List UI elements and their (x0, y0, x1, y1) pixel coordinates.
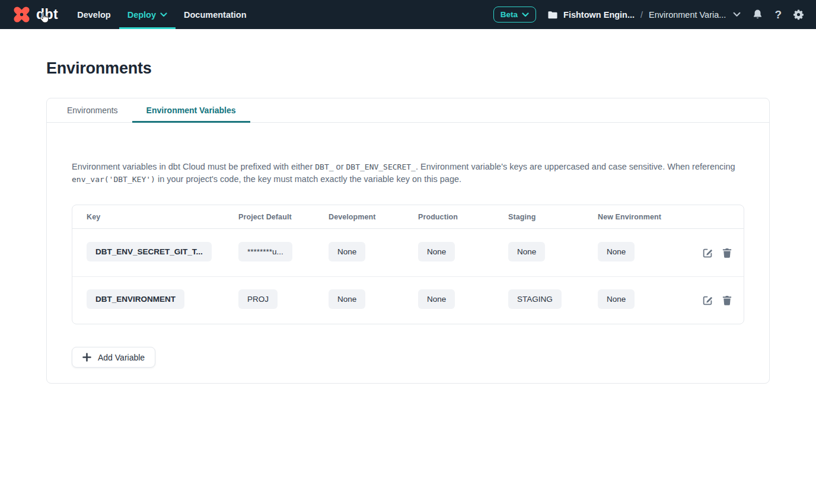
card-body: Environment variables in dbt Cloud must … (47, 123, 769, 383)
env-vars-table: Key Project Default Development Producti… (72, 205, 744, 324)
environments-card: Environments Environment Variables Envir… (46, 98, 770, 384)
nav-label: Documentation (184, 10, 247, 20)
table-row: DBT_ENVIRONMENT PROJ None None STAGING N… (72, 276, 744, 324)
col-header-new-environment: New Environment (598, 213, 693, 221)
nav-item-develop[interactable]: Develop (69, 0, 119, 29)
desc-code-dbt-prefix: DBT_ (315, 162, 333, 171)
add-variable-label: Add Variable (98, 353, 145, 362)
desc-text: Environment variables in dbt Cloud must … (72, 162, 315, 171)
env-vars-description: Environment variables in dbt Cloud must … (72, 161, 744, 186)
env-var-key: DBT_ENVIRONMENT (87, 289, 184, 309)
row-actions (693, 295, 744, 306)
env-var-staging: STAGING (508, 289, 562, 309)
env-var-development: None (329, 289, 365, 309)
dbt-logo-icon (12, 5, 31, 24)
col-header-production: Production (418, 213, 508, 221)
nav-item-documentation[interactable]: Documentation (176, 0, 255, 29)
env-var-new-environment: None (598, 289, 635, 309)
folder-icon (547, 10, 558, 20)
env-var-production: None (418, 242, 455, 261)
tab-environments[interactable]: Environments (53, 98, 132, 122)
desc-text: or (334, 162, 346, 171)
delete-trash-icon[interactable] (722, 247, 732, 259)
env-var-development: None (329, 242, 365, 261)
top-navbar: dbt Develop Deploy Documentation Beta (0, 0, 816, 29)
help-glyph: ? (774, 9, 782, 20)
settings-gear-icon[interactable] (793, 9, 804, 20)
delete-trash-icon[interactable] (722, 295, 732, 306)
page-title: Environments (46, 59, 770, 78)
col-header-key: Key (72, 213, 238, 221)
help-icon[interactable]: ? (774, 9, 782, 20)
beta-label: Beta (501, 10, 518, 19)
env-var-project-default: PROJ (238, 289, 278, 309)
table-row: DBT_ENV_SECRET_GIT_T... ********u... Non… (72, 229, 744, 276)
breadcrumb-project: Fishtown Engin... (563, 10, 635, 20)
add-variable-button[interactable]: Add Variable (72, 347, 155, 368)
env-var-production: None (418, 289, 455, 309)
env-var-staging: None (508, 242, 545, 261)
dbt-logo[interactable]: dbt (12, 5, 58, 24)
env-var-new-environment: None (598, 242, 635, 261)
project-breadcrumb[interactable]: Fishtown Engin... / Environment Varia... (547, 10, 741, 20)
desc-code-secret-prefix: DBT_ENV_SECRET_ (346, 162, 416, 171)
col-header-project-default: Project Default (238, 213, 329, 221)
desc-text: . Environment variable's keys are upperc… (416, 162, 735, 171)
notifications-bell-icon[interactable] (752, 9, 763, 20)
navbar-right: Beta Fishtown Engin... / Environment Var… (493, 7, 804, 23)
mouse-cursor-icon (39, 12, 50, 26)
tab-label: Environments (67, 106, 118, 115)
chevron-down-icon (522, 12, 529, 17)
tab-label: Environment Variables (146, 106, 236, 115)
breadcrumb-page: Environment Varia... (649, 10, 726, 20)
env-var-project-default: ********u... (238, 242, 292, 261)
nav-label: Deploy (128, 10, 156, 20)
col-header-staging: Staging (508, 213, 598, 221)
tab-environment-variables[interactable]: Environment Variables (132, 98, 250, 122)
main-content: Environments Environments Environment Va… (0, 59, 816, 384)
col-header-development: Development (329, 213, 418, 221)
beta-dropdown[interactable]: Beta (493, 7, 536, 23)
chevron-down-icon (160, 12, 167, 17)
nav-label: Develop (77, 10, 110, 20)
edit-icon[interactable] (702, 247, 713, 259)
chevron-down-icon (733, 12, 741, 17)
row-actions (693, 247, 744, 259)
desc-code-env-var: env_var('DBT_KEY') (72, 175, 155, 184)
breadcrumb-separator: / (640, 10, 643, 20)
edit-icon[interactable] (702, 295, 713, 306)
nav-item-deploy[interactable]: Deploy (119, 0, 176, 29)
table-header-row: Key Project Default Development Producti… (72, 205, 744, 229)
desc-text: in your project's code, the key must mat… (155, 174, 461, 184)
tabbar: Environments Environment Variables (47, 98, 769, 123)
env-var-key: DBT_ENV_SECRET_GIT_T... (87, 242, 212, 261)
primary-nav: Develop Deploy Documentation (69, 0, 254, 29)
plus-icon (82, 353, 91, 362)
